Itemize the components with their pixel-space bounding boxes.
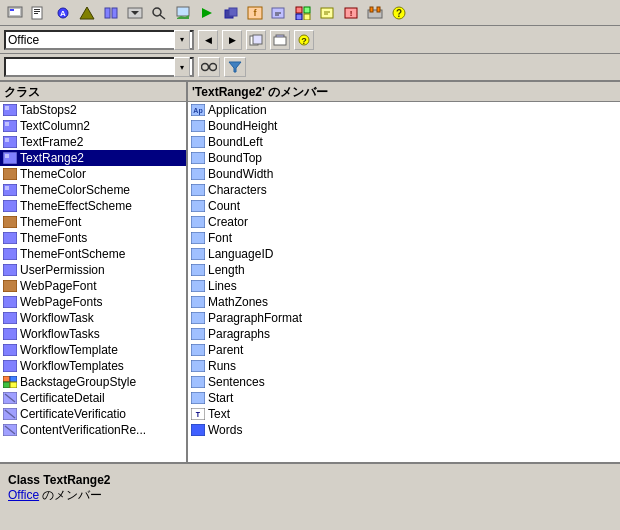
toolbar-icon-11[interactable]: f — [244, 3, 266, 23]
member-icon — [190, 327, 206, 341]
member-name: Sentences — [208, 375, 265, 389]
member-item[interactable]: BoundWidth — [188, 166, 620, 182]
member-item[interactable]: Characters — [188, 182, 620, 198]
member-item[interactable]: Parent — [188, 342, 620, 358]
list-item[interactable]: WorkflowTask — [0, 310, 186, 326]
back-button[interactable]: ◀ — [198, 30, 218, 50]
toolbar-icon-16[interactable] — [364, 3, 386, 23]
member-item[interactable]: Length — [188, 262, 620, 278]
member-icon: Ap — [190, 103, 206, 117]
list-item[interactable]: TextFrame2 — [0, 134, 186, 150]
list-item[interactable]: WebPageFonts — [0, 294, 186, 310]
member-item[interactable]: LanguageID — [188, 246, 620, 262]
toolbar-icon-8[interactable] — [172, 3, 194, 23]
member-icon — [190, 343, 206, 357]
svg-rect-67 — [3, 296, 17, 308]
paste-button[interactable] — [270, 30, 290, 50]
class-name: WorkflowTask — [20, 311, 94, 325]
list-item[interactable]: ThemeEffectScheme — [0, 198, 186, 214]
member-item[interactable]: BoundHeight — [188, 118, 620, 134]
list-item[interactable]: TextColumn2 — [0, 118, 186, 134]
toolbar-row1: A f ! ? — [0, 0, 620, 26]
member-item[interactable]: Creator — [188, 214, 620, 230]
status-class-label: Class TextRange2 — [8, 473, 612, 487]
search-dropdown[interactable]: ▾ — [4, 57, 194, 77]
member-item[interactable]: Ap Application — [188, 102, 620, 118]
list-item[interactable]: WorkflowTemplate — [0, 342, 186, 358]
svg-rect-92 — [191, 248, 205, 260]
member-item[interactable]: Count — [188, 198, 620, 214]
toolbar-icon-7[interactable] — [148, 3, 170, 23]
list-item[interactable]: CertificateVerificatio — [0, 406, 186, 422]
member-item[interactable]: Start — [188, 390, 620, 406]
class-name: ThemeColor — [20, 167, 86, 181]
member-icon — [190, 423, 206, 437]
search-dropdown-arrow[interactable]: ▾ — [174, 57, 190, 77]
list-item[interactable]: ContentVerificationRe... — [0, 422, 186, 438]
member-name: Lines — [208, 279, 237, 293]
list-item[interactable]: ThemeFontScheme — [0, 246, 186, 262]
member-item[interactable]: MathZones — [188, 294, 620, 310]
office-dropdown[interactable]: Office ▾ — [4, 30, 194, 50]
svg-rect-62 — [3, 216, 17, 228]
member-item[interactable]: ParagraphFormat — [188, 310, 620, 326]
svg-rect-53 — [5, 122, 9, 126]
svg-rect-86 — [191, 152, 205, 164]
toolbar-icon-15[interactable]: ! — [340, 3, 362, 23]
class-list[interactable]: TabStops2 TextColumn2 TextFrame2 TextRan… — [0, 102, 186, 462]
list-item[interactable]: ThemeFont — [0, 214, 186, 230]
question-button[interactable]: ? — [294, 30, 314, 50]
list-item[interactable]: UserPermission — [0, 262, 186, 278]
copy-button[interactable] — [246, 30, 266, 50]
filter-button[interactable] — [224, 57, 246, 77]
member-item[interactable]: Lines — [188, 278, 620, 294]
toolbar-icon-3[interactable]: A — [52, 3, 74, 23]
list-item[interactable]: ThemeColor — [0, 166, 186, 182]
forward-button[interactable]: ▶ — [222, 30, 242, 50]
toolbar-icon-2[interactable] — [28, 3, 50, 23]
list-item-selected[interactable]: TextRange2 — [0, 150, 186, 166]
toolbar-icon-14[interactable] — [316, 3, 338, 23]
dropdown-arrow[interactable]: ▾ — [174, 30, 190, 50]
toolbar-icon-5[interactable] — [100, 3, 122, 23]
member-item[interactable]: Font — [188, 230, 620, 246]
member-item[interactable]: BoundLeft — [188, 134, 620, 150]
member-item[interactable]: BoundTop — [188, 150, 620, 166]
right-panel: 'TextRange2' のメンバー Ap Application BoundH… — [188, 82, 620, 462]
list-item[interactable]: ThemeFonts — [0, 230, 186, 246]
member-item[interactable]: Sentences — [188, 374, 620, 390]
binoculars-button[interactable] — [198, 57, 220, 77]
member-icon — [190, 391, 206, 405]
list-item[interactable]: CertificateDetail — [0, 390, 186, 406]
help-button[interactable]: ? — [388, 3, 410, 23]
toolbar-icon-4[interactable] — [76, 3, 98, 23]
svg-rect-84 — [191, 120, 205, 132]
office-link[interactable]: Office — [8, 488, 39, 502]
svg-rect-104 — [191, 424, 205, 436]
toolbar-icon-6[interactable] — [124, 3, 146, 23]
svg-rect-101 — [191, 392, 205, 404]
svg-rect-55 — [5, 138, 9, 142]
list-item[interactable]: WebPageFont — [0, 278, 186, 294]
member-name: Words — [208, 423, 242, 437]
list-item[interactable]: BackstageGroupStyle — [0, 374, 186, 390]
svg-rect-93 — [191, 264, 205, 276]
svg-rect-85 — [191, 136, 205, 148]
toolbar-icon-13[interactable] — [292, 3, 314, 23]
member-name: MathZones — [208, 295, 268, 309]
toolbar-icon-10[interactable] — [220, 3, 242, 23]
toolbar-icon-1[interactable] — [4, 3, 26, 23]
member-item[interactable]: Paragraphs — [188, 326, 620, 342]
list-item[interactable]: WorkflowTemplates — [0, 358, 186, 374]
member-list[interactable]: Ap Application BoundHeight BoundLeft — [188, 102, 620, 462]
svg-rect-16 — [177, 7, 189, 16]
member-item[interactable]: Runs — [188, 358, 620, 374]
toolbar-icon-9[interactable] — [196, 3, 218, 23]
class-icon — [2, 247, 18, 261]
toolbar-icon-12[interactable] — [268, 3, 290, 23]
list-item[interactable]: TabStops2 — [0, 102, 186, 118]
list-item[interactable]: ThemeColorScheme — [0, 182, 186, 198]
list-item[interactable]: WorkflowTasks — [0, 326, 186, 342]
member-item[interactable]: T Text — [188, 406, 620, 422]
member-item[interactable]: Words — [188, 422, 620, 438]
